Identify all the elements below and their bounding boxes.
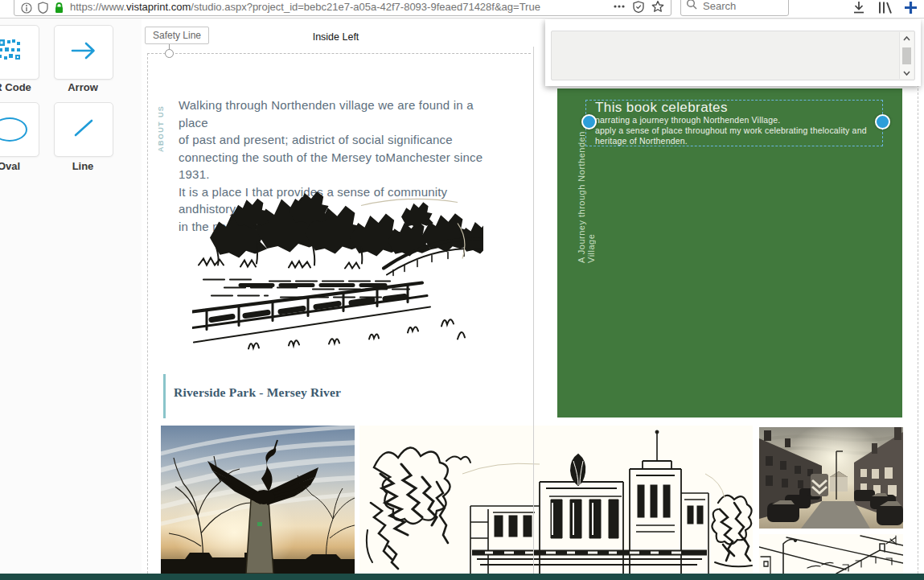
body-line: narrating a journey through Northenden V… xyxy=(595,115,867,125)
browser-toolbar: https://www.vistaprint.com/studio.aspx?p… xyxy=(0,0,924,19)
street-sketch-image[interactable] xyxy=(759,534,903,574)
browser-search-box[interactable] xyxy=(680,0,789,16)
riverside-sketch-image[interactable] xyxy=(192,191,483,354)
library-icon[interactable] xyxy=(875,0,894,16)
page-fold-line xyxy=(533,47,534,574)
celebrates-heading[interactable]: This book celebrates xyxy=(595,100,728,116)
page-label: Inside Left xyxy=(273,31,398,43)
heron-sculpture-photo[interactable] xyxy=(161,426,355,574)
caption-text[interactable]: Riverside Park - Mersey River xyxy=(174,385,341,400)
safety-line-right xyxy=(918,48,918,574)
search-input[interactable] xyxy=(701,0,777,13)
tool-label-arrow: Arrow xyxy=(54,81,112,93)
bookmark-star-icon[interactable] xyxy=(651,0,664,13)
tool-label-oval: Oval xyxy=(0,160,38,172)
body-line: heritage of Northenden. xyxy=(595,136,867,146)
safety-line-left xyxy=(147,53,148,574)
tool-arrow[interactable] xyxy=(54,25,113,80)
paragraph-line: Walking through Northenden village we ar… xyxy=(179,97,500,131)
selection-handle-left[interactable] xyxy=(581,114,597,130)
arrow-icon xyxy=(69,39,98,66)
url-text: https://www.vistaprint.com/studio.aspx?p… xyxy=(70,1,613,14)
qr-code-icon xyxy=(0,39,22,66)
line-icon xyxy=(69,113,98,146)
search-icon xyxy=(686,0,697,13)
vistaprint-studio-screen: https://www.vistaprint.com/studio.aspx?p… xyxy=(0,0,924,580)
vertical-scrollbar[interactable] xyxy=(899,32,914,79)
scrollbar-thumb[interactable] xyxy=(902,47,911,64)
tool-line[interactable] xyxy=(54,102,113,157)
lock-icon[interactable] xyxy=(54,2,64,14)
paragraph-line: of past and present; adistrict of social… xyxy=(179,131,500,149)
info-icon[interactable] xyxy=(21,2,32,14)
safety-line-handle[interactable] xyxy=(165,49,174,58)
safety-line-top xyxy=(147,53,531,54)
url-path: /studio.aspx?project_id=bebc21e7-a05a-42… xyxy=(191,1,540,13)
caption-rule xyxy=(163,374,166,418)
about-us-vertical-label[interactable]: ABOUT US xyxy=(157,96,165,152)
body-line: apply a sense of place throughout my wor… xyxy=(595,125,867,136)
cinema-sketch-image[interactable] xyxy=(359,426,753,574)
oval-icon xyxy=(0,117,27,142)
bottom-edge-bar xyxy=(0,574,924,580)
url-prefix: https://www. xyxy=(70,1,126,13)
street-photo[interactable] xyxy=(759,427,903,529)
url-domain: vistaprint.com xyxy=(126,1,191,13)
pocket-shield-check-icon[interactable] xyxy=(633,1,644,13)
scroll-down-icon[interactable] xyxy=(900,67,913,79)
celebrates-body[interactable]: narrating a journey through Northenden V… xyxy=(595,115,867,146)
paragraph-line: connecting the south of the Mersey toMan… xyxy=(179,149,500,183)
selection-handle-right[interactable] xyxy=(875,114,890,130)
url-bar[interactable]: https://www.vistaprint.com/studio.aspx?p… xyxy=(14,0,671,16)
tool-label-qr-code: QR Code xyxy=(0,81,38,93)
shapes-tool-panel: QR Code Arrow Oval Line xyxy=(0,19,142,580)
tracking-shield-icon[interactable] xyxy=(38,2,48,14)
ellipsis-icon[interactable] xyxy=(613,4,626,9)
tool-oval[interactable] xyxy=(0,102,39,157)
tool-qr-code[interactable] xyxy=(0,25,39,80)
options-popup-panel xyxy=(545,19,921,86)
download-icon[interactable] xyxy=(849,0,869,16)
tool-label-line: Line xyxy=(54,160,112,172)
options-scroll-area[interactable] xyxy=(551,31,915,80)
safety-line-tooltip: Safety Line xyxy=(145,27,209,44)
green-cover-panel[interactable]: A Journey through Northenden Village Thi… xyxy=(557,88,902,418)
new-tab-plus-icon[interactable] xyxy=(901,0,920,16)
scroll-up-icon[interactable] xyxy=(900,32,913,44)
